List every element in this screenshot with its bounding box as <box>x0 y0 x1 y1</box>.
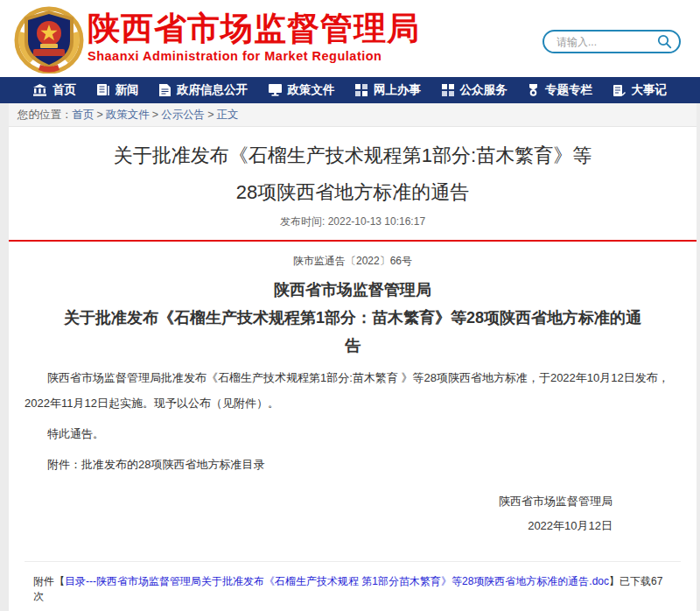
breadcrumb-link-policy[interactable]: 政策文件 <box>106 108 150 123</box>
attachment-prefix: 附件【 <box>33 575 65 587</box>
site-subtitle: Shaanxi Administration for Market Regula… <box>88 49 420 63</box>
page-title-line2: 28项陕西省地方标准的通告 <box>9 179 696 206</box>
nav-item-policy-docs[interactable]: 政策文件 <box>269 82 335 98</box>
document-icon <box>159 84 171 96</box>
signature-date: 2022年10月12日 <box>24 514 612 538</box>
breadcrumb-link-notices[interactable]: 公示公告 <box>161 108 205 123</box>
grid-icon <box>355 84 368 96</box>
article-body: 陕市监通告〔2022〕66号 陕西省市场监督管理局 关于批准发布《石榴生产技术规… <box>9 242 696 611</box>
nav-label: 首页 <box>52 82 76 98</box>
breadcrumb-link-home[interactable]: 首页 <box>73 108 94 123</box>
publish-time-row: 发布时间: 2022-10-13 10:16:17 <box>9 214 696 229</box>
medal-icon <box>528 84 539 96</box>
nav-item-public-services[interactable]: 公众服务 <box>442 82 508 98</box>
article-header: 关于批准发布《石榴生产技术规程第1部分:苗木繁育》等 28项陕西省地方标准的通告… <box>9 127 696 242</box>
nav-label: 政府信息公开 <box>177 82 248 98</box>
publish-time-label: 发布时间: <box>280 215 325 228</box>
search-input[interactable] <box>556 36 657 48</box>
page-container: 陕西省市场监督管理局 Shaanxi Administration for Ma… <box>9 0 696 611</box>
memo-icon <box>613 84 626 96</box>
nav-item-special-columns[interactable]: 专题专栏 <box>528 82 592 98</box>
doc-number: 陕市监通告〔2022〕66号 <box>24 254 681 269</box>
nav-label: 专题专栏 <box>545 82 592 98</box>
breadcrumb-separator: > <box>97 109 103 121</box>
search-button[interactable] <box>657 34 672 49</box>
body-paragraph: 特此通告。 <box>24 421 681 446</box>
search-icon <box>657 34 672 49</box>
breadcrumb-link-current[interactable]: 正文 <box>216 108 238 123</box>
body-title-agency: 陕西省市场监督管理局 <box>24 276 681 304</box>
nav-label: 大事记 <box>632 82 668 98</box>
signature-block: 陕西省市场监督管理局 2022年10月12日 <box>24 489 681 538</box>
nav-label: 网上办事 <box>374 82 421 98</box>
nav-label: 公众服务 <box>460 82 508 98</box>
grid-icon <box>442 84 454 96</box>
nav-item-milestones[interactable]: 大事记 <box>613 82 668 98</box>
site-header: 陕西省市场监督管理局 Shaanxi Administration for Ma… <box>0 0 700 77</box>
breadcrumb-separator: > <box>207 109 214 121</box>
news-icon <box>97 84 109 96</box>
nav-label: 政策文件 <box>288 82 335 98</box>
body-title-notice: 关于批准发布《石榴生产技术规程第1部分：苗木繁育》等28项陕西省地方标准的通告 <box>24 304 681 360</box>
body-paragraph: 陕西省市场监督管理局批准发布《石榴生产技术规程第1部分:苗木繁育 》等28项陕西… <box>24 365 681 416</box>
breadcrumb-separator: > <box>152 109 158 121</box>
main-nav: 首页 新闻 政府信息公开 政策文件 网上办事 公众服务 专题专栏 大事记 <box>0 77 700 103</box>
breadcrumb-label: 您的位置： <box>18 108 73 123</box>
search-box <box>542 30 681 53</box>
body-paragraph-attachment-note: 附件：批准发布的28项陕西省地方标准目录 <box>24 452 681 477</box>
home-bank-icon <box>33 84 46 96</box>
attachment-row: 附件【目录---陕西省市场监督管理局关于批准发布《石榴生产技术规程 第1部分苗木… <box>24 561 681 611</box>
nav-item-home[interactable]: 首页 <box>33 82 76 98</box>
nav-item-online-services[interactable]: 网上办事 <box>355 82 421 98</box>
signature-agency: 陕西省市场监督管理局 <box>24 489 612 514</box>
nav-label: 新闻 <box>116 82 139 98</box>
page-title-line1: 关于批准发布《石榴生产技术规程第1部分:苗木繁育》等 <box>9 143 696 169</box>
site-title-block: 陕西省市场监督管理局 Shaanxi Administration for Ma… <box>88 11 420 63</box>
agency-emblem-logo <box>14 5 84 74</box>
nav-item-gov-info[interactable]: 政府信息公开 <box>159 82 248 98</box>
monitor-icon <box>269 84 282 96</box>
nav-item-news[interactable]: 新闻 <box>97 82 139 98</box>
publish-time-value: 2022-10-13 10:16:17 <box>328 215 425 228</box>
breadcrumb: 您的位置： 首页 > 政策文件 > 公示公告 > 正文 <box>9 103 696 127</box>
attachment-doc-link[interactable]: 目录---陕西省市场监督管理局关于批准发布《石榴生产技术规程 第1部分苗木繁育》… <box>65 575 609 587</box>
site-title: 陕西省市场监督管理局 <box>88 11 420 47</box>
